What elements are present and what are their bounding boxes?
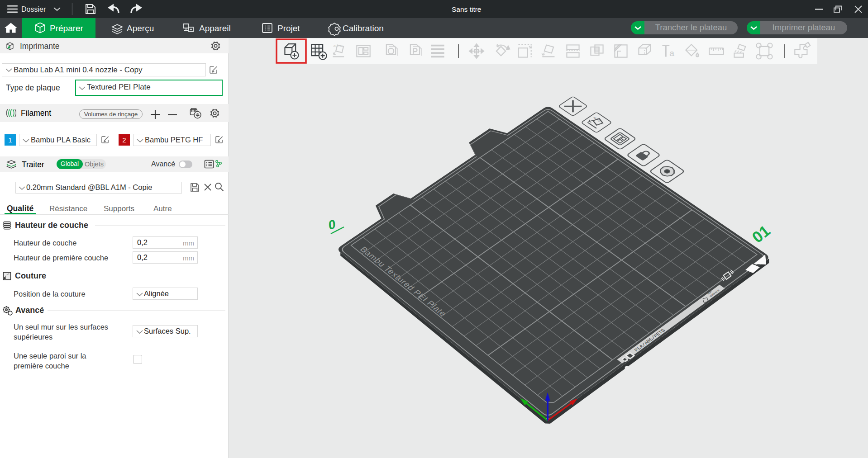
svg-text:01: 01 <box>749 222 773 246</box>
svg-text:Calibration: Calibration <box>343 24 384 33</box>
svg-text:Appareil: Appareil <box>199 24 231 33</box>
svg-text:Aperçu: Aperçu <box>127 24 154 33</box>
svg-text:a: a <box>669 48 674 58</box>
svg-text:Projet: Projet <box>277 24 300 33</box>
svg-text:Préparer: Préparer <box>50 24 84 33</box>
svg-text:0: 0 <box>327 217 337 232</box>
svg-text:Dossier: Dossier <box>21 5 46 13</box>
svg-text:AUTO: AUTO <box>333 44 343 48</box>
